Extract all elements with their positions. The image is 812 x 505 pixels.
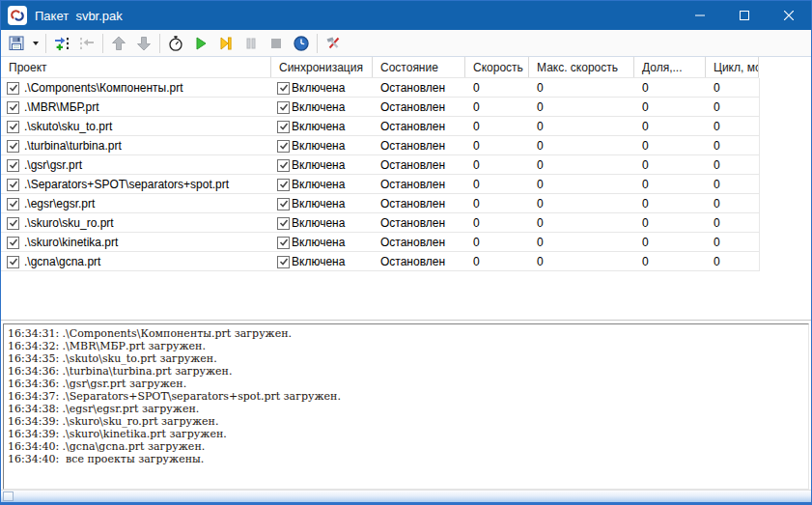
sync-checkbox[interactable] [277, 101, 290, 114]
sync-checkbox[interactable] [277, 179, 290, 191]
run-button[interactable] [188, 32, 213, 55]
status-bar [1, 490, 811, 502]
cycle-cell: 0 [706, 98, 759, 117]
check-icon [279, 180, 289, 189]
cycle-cell: 0 [706, 194, 759, 213]
pause-button[interactable] [238, 32, 264, 55]
check-icon [9, 102, 18, 112]
log-line: 16:34:39: .\skuro\kinetika.prt загружен. [8, 428, 804, 440]
save-button[interactable] [4, 32, 29, 55]
sync-checkbox[interactable] [277, 237, 290, 249]
state-cell: Остановлен [373, 98, 465, 117]
settings-button[interactable] [321, 32, 346, 55]
project-checkbox[interactable] [7, 237, 19, 249]
column-header-share[interactable]: Доля,... [634, 57, 706, 78]
project-checkbox[interactable] [7, 101, 19, 114]
column-header-state[interactable]: Состояние [373, 57, 465, 78]
state-cell: Остановлен [373, 233, 465, 252]
add-project-button[interactable] [49, 32, 74, 55]
check-icon [9, 257, 18, 267]
max-speed-cell: 0 [529, 117, 634, 136]
check-icon [279, 83, 289, 93]
table-row[interactable]: .\MBR\МБР.prt Включена Остановлен 0 0 0 … [1, 98, 811, 117]
cycle-cell: 0 [706, 155, 759, 175]
stop-button[interactable] [264, 32, 289, 55]
column-header-sync[interactable]: Синхронизация [271, 57, 373, 78]
speed-cell: 0 [465, 136, 529, 155]
save-dropdown-button[interactable] [29, 32, 42, 55]
log-line: 16:34:31: .\Components\Компоненты.prt за… [8, 327, 804, 340]
project-checkbox[interactable] [7, 256, 19, 268]
project-checkbox[interactable] [7, 121, 19, 133]
minimize-button[interactable] [678, 1, 722, 30]
sync-label: Включена [292, 175, 345, 194]
check-icon [9, 160, 18, 170]
check-icon [9, 238, 18, 247]
column-header-speed[interactable]: Скорость [465, 57, 529, 78]
table-row[interactable]: .\turbina\turbina.prt Включена Остановле… [1, 136, 811, 155]
sync-checkbox[interactable] [277, 140, 290, 153]
project-path: .\egsr\egsr.prt [24, 194, 95, 213]
check-icon [279, 102, 289, 112]
table-row[interactable]: .\skuro\sku_ro.prt Включена Остановлен 0… [1, 213, 811, 233]
log-line: 16:34:39: .\skuro\sku_ro.prt загружен. [8, 415, 804, 428]
check-icon [279, 141, 289, 151]
project-checkbox[interactable] [7, 217, 19, 230]
dropdown-arrow-icon [33, 42, 39, 45]
sync-checkbox[interactable] [277, 121, 290, 133]
check-icon [9, 83, 18, 93]
max-speed-cell: 0 [529, 213, 634, 233]
add-arrow-icon [53, 35, 70, 52]
app-logo-icon [8, 6, 27, 25]
cycle-cell: 0 [706, 233, 759, 252]
move-down-button[interactable] [131, 32, 156, 55]
table-row[interactable]: .\gcna\gcna.prt Включена Остановлен 0 0 … [1, 252, 811, 271]
remove-project-button[interactable] [74, 32, 99, 55]
check-icon [279, 218, 289, 228]
column-header-project[interactable]: Проект [1, 57, 271, 78]
state-cell: Остановлен [373, 252, 465, 271]
share-cell: 0 [634, 136, 706, 155]
project-checkbox[interactable] [7, 179, 19, 191]
table-row[interactable]: .\egsr\egsr.prt Включена Остановлен 0 0 … [1, 194, 811, 213]
table-row[interactable]: .\skuto\sku_to.prt Включена Остановлен 0… [1, 117, 811, 136]
sync-checkbox[interactable] [277, 198, 290, 210]
column-header-cycle[interactable]: Цикл, мс [706, 57, 759, 78]
table-row[interactable]: .\skuro\kinetika.prt Включена Остановлен… [1, 233, 811, 252]
share-cell: 0 [634, 213, 706, 233]
sync-checkbox[interactable] [277, 82, 290, 95]
table-row[interactable]: .\Components\Компоненты.prt Включена Ост… [1, 78, 811, 98]
app-window: Пакет svbr.pak [0, 0, 812, 505]
column-header-filler [759, 57, 811, 78]
column-header-max-speed[interactable]: Макс. скорость [529, 57, 634, 78]
titlebar[interactable]: Пакет svbr.pak [1, 1, 811, 30]
run-to-end-button[interactable] [213, 32, 238, 55]
speed-cell: 0 [465, 233, 529, 252]
log-panel[interactable]: 16:34:31: .\Components\Компоненты.prt за… [3, 323, 809, 490]
project-checkbox[interactable] [7, 140, 19, 153]
project-path: .\skuro\kinetika.prt [24, 233, 118, 252]
sync-checkbox[interactable] [277, 159, 290, 172]
max-speed-cell: 0 [529, 233, 634, 252]
stop-icon [267, 35, 285, 52]
project-path: .\gsr\gsr.prt [24, 155, 82, 175]
sync-checkbox[interactable] [277, 217, 290, 230]
maximize-button[interactable] [722, 1, 767, 30]
share-cell: 0 [634, 78, 706, 98]
timer-button[interactable] [163, 32, 188, 55]
state-cell: Остановлен [373, 213, 465, 233]
project-checkbox[interactable] [7, 198, 19, 210]
table-row[interactable]: .\Separators+SPOT\separators+spot.prt Вк… [1, 175, 811, 194]
sync-label: Включена [292, 136, 345, 155]
sync-checkbox[interactable] [277, 256, 290, 268]
realtime-button[interactable] [289, 32, 314, 55]
window-title: Пакет svbr.pak [35, 9, 678, 23]
cycle-cell: 0 [706, 117, 759, 136]
table-row[interactable]: .\gsr\gsr.prt Включена Остановлен 0 0 0 … [1, 155, 811, 175]
close-button[interactable] [767, 1, 811, 30]
project-checkbox[interactable] [7, 82, 19, 95]
project-checkbox[interactable] [7, 159, 19, 172]
speed-cell: 0 [465, 98, 529, 117]
project-path: .\Components\Компоненты.prt [24, 78, 183, 98]
move-up-button[interactable] [106, 32, 131, 55]
